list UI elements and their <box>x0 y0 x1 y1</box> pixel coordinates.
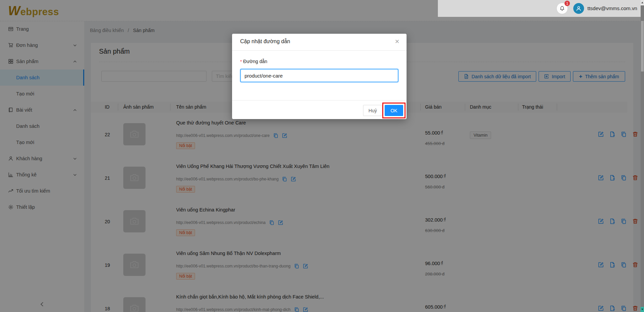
user-avatar[interactable] <box>573 3 584 14</box>
path-input[interactable] <box>240 69 398 82</box>
user-email[interactable]: ttsdev@vmms.com.vn <box>587 0 637 17</box>
notification-badge: 1 <box>565 1 570 6</box>
modal-title: Cập nhật đường dẫn <box>240 38 290 45</box>
modal-footer: Huỷ OK <box>232 100 407 119</box>
path-field-label: *Đường dẫn <box>240 59 267 64</box>
ok-button[interactable]: OK <box>385 105 403 116</box>
scrollbar-up-arrow[interactable] <box>641 0 644 5</box>
update-path-modal: Cập nhật đường dẫn ✕ *Đường dẫn Huỷ OK <box>232 34 407 119</box>
scrollbar-thumb[interactable] <box>641 21 644 72</box>
modal-header: Cập nhật đường dẫn ✕ <box>232 34 407 51</box>
path-field-label-text: Đường dẫn <box>243 59 267 64</box>
header-user-area: 1 ttsdev@vmms.com.vn <box>438 0 644 17</box>
person-icon <box>576 5 582 11</box>
scrollbar-down-arrow[interactable] <box>641 307 644 312</box>
cancel-button[interactable]: Huỷ <box>363 105 382 116</box>
bell-icon <box>559 6 565 11</box>
required-mark: * <box>240 59 242 64</box>
page-scrollbar[interactable] <box>641 0 644 312</box>
close-icon[interactable]: ✕ <box>393 38 401 46</box>
